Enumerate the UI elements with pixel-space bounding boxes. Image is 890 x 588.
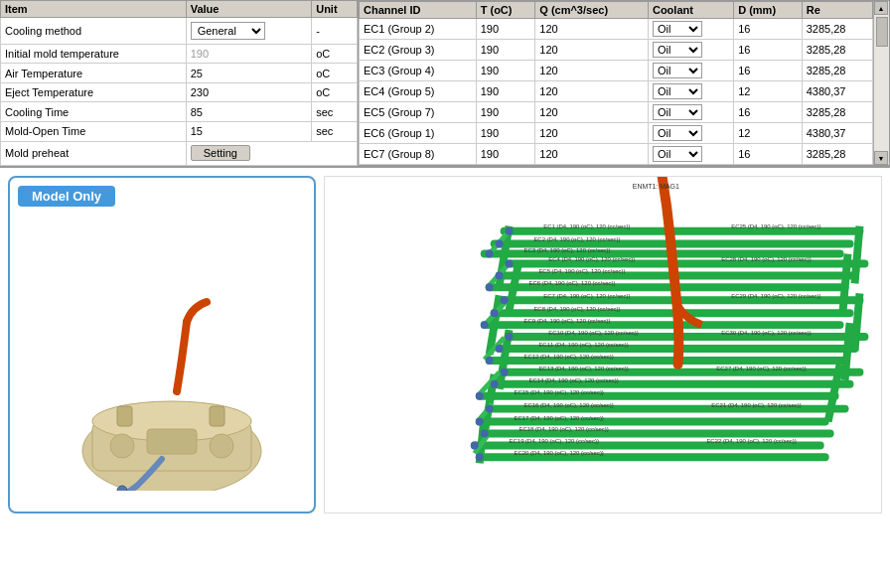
channel-col-2: Q (cm^3/sec)	[535, 2, 649, 19]
svg-point-60	[501, 368, 509, 376]
scroll-down-btn[interactable]: ▼	[874, 151, 888, 165]
scroll-track	[874, 15, 889, 151]
svg-rect-6	[117, 406, 132, 426]
svg-text:EC27 (D4, 190 (oC), 120 (cc/se: EC27 (D4, 190 (oC), 120 (cc/sec))	[716, 366, 806, 371]
params-item-6: Mold preheat	[1, 141, 187, 165]
svg-point-51	[506, 260, 514, 268]
channel-coolant-6[interactable]: OilWater	[648, 144, 733, 165]
channel-cell-4-d-re-1: 3285,28	[802, 102, 872, 123]
channel-coolant-4[interactable]: OilWater	[648, 102, 733, 123]
channel-cell-2-2: 120	[535, 61, 649, 81]
channel-cell-3-0: EC4 (Group 5)	[360, 81, 477, 102]
svg-text:EC4 (D4, 190 (oC), 120 (cc/sec: EC4 (D4, 190 (oC), 120 (cc/sec))	[548, 256, 635, 262]
mold-preheat-setting-btn[interactable]: Setting	[191, 145, 250, 161]
params-value-0[interactable]: GeneralAdvanced	[186, 18, 312, 45]
params-table: Item Value Unit Cooling methodGeneralAdv…	[0, 0, 358, 166]
channel-row-6: EC7 (Group 8)190120OilWater163285,28	[360, 144, 873, 165]
svg-text:EC17 (D4, 190 (oC), 120 (cc/se: EC17 (D4, 190 (oC), 120 (cc/sec))	[515, 415, 604, 421]
svg-point-63	[486, 405, 494, 413]
channel-coolant-3[interactable]: OilWater	[648, 81, 733, 102]
svg-text:EC10 (D4, 190 (oC), 120 (cc/se: EC10 (D4, 190 (oC), 120 (cc/sec))	[548, 330, 638, 336]
params-item-5: Mold-Open Time	[1, 122, 187, 142]
channel-3d-panel: EC1 (D4, 190 (oC), 120 (cc/sec)) EC2 (D4…	[324, 176, 882, 514]
channel-coolant-5[interactable]: OilWater	[648, 123, 733, 144]
channel-cell-4-2: 120	[535, 102, 649, 123]
channel-cell-0-d-re-0: 16	[734, 19, 803, 40]
svg-text:EC14 (D4, 190 (oC), 120 (cc/se: EC14 (D4, 190 (oC), 120 (cc/sec))	[528, 377, 618, 383]
channels-scrollbar[interactable]: ▲ ▼	[873, 1, 889, 165]
channel-cell-3-2: 120	[535, 81, 649, 102]
coolant-select-3[interactable]: OilWater	[653, 83, 702, 99]
channel-cell-4-1: 190	[476, 102, 535, 123]
channel-cell-2-1: 190	[476, 61, 535, 81]
channel-cell-0-0: EC1 (Group 2)	[360, 19, 477, 40]
svg-line-36	[855, 226, 860, 284]
svg-text:ENMT1: MAG1: ENMT1: MAG1	[633, 183, 679, 190]
coolant-select-5[interactable]: OilWater	[653, 125, 702, 141]
top-section: Item Value Unit Cooling methodGeneralAdv…	[0, 0, 890, 167]
svg-point-55	[491, 309, 499, 317]
bottom-section: Model Only	[0, 167, 890, 588]
channel-coolant-2[interactable]: OilWater	[648, 61, 733, 81]
channel-cell-0-2: 120	[535, 19, 649, 40]
cooling-method-select[interactable]: GeneralAdvanced	[191, 22, 265, 40]
params-item-3: Eject Temperature	[1, 82, 187, 102]
coolant-select-6[interactable]: OilWater	[653, 146, 702, 162]
channel-row-5: EC6 (Group 1)190120OilWater124380,37	[360, 123, 873, 144]
params-row-3: Eject Temperature230oC	[1, 82, 358, 102]
params-col-item: Item	[1, 1, 187, 18]
svg-text:EC20 (D4, 190 (oC), 120 (cc/se: EC20 (D4, 190 (oC), 120 (cc/sec))	[515, 450, 604, 456]
channel-col-3: Coolant	[648, 2, 733, 19]
scroll-thumb[interactable]	[876, 17, 888, 47]
svg-text:EC18 (D4, 190 (oC), 120 (cc/se: EC18 (D4, 190 (oC), 120 (cc/sec))	[519, 426, 609, 432]
channel-cell-1-d-re-0: 16	[734, 40, 803, 61]
svg-point-62	[476, 392, 484, 400]
channel-cell-5-d-re-0: 12	[734, 123, 803, 144]
params-item-0: Cooling method	[1, 18, 187, 45]
svg-point-3	[110, 434, 134, 458]
channel-cell-6-d-re-0: 16	[734, 144, 803, 165]
params-row-4: Cooling Time85sec	[1, 102, 358, 122]
channel-cell-6-1: 190	[476, 144, 535, 165]
svg-line-39	[845, 323, 850, 380]
channel-col-0: Channel ID	[360, 2, 477, 19]
svg-text:EC28 (D4, 190 (oC), 120 (cc/se: EC28 (D4, 190 (oC), 120 (cc/sec))	[721, 256, 811, 262]
main-container: Item Value Unit Cooling methodGeneralAdv…	[0, 0, 890, 588]
channels-table-container: Channel IDT (oC)Q (cm^3/sec)CoolantD (mm…	[358, 0, 890, 166]
channel-cell-0-1: 190	[476, 19, 535, 40]
channel-row-3: EC4 (Group 5)190120OilWater124380,37	[360, 81, 873, 102]
coolant-select-0[interactable]: OilWater	[653, 21, 702, 37]
channel-cell-4-0: EC5 (Group 7)	[360, 102, 477, 123]
svg-text:EC13 (D4, 190 (oC), 120 (cc/se: EC13 (D4, 190 (oC), 120 (cc/sec))	[538, 366, 628, 371]
params-unit-1: oC	[312, 44, 358, 64]
channel-cell-5-0: EC6 (Group 1)	[360, 123, 477, 144]
svg-point-66	[471, 441, 479, 449]
params-item-2: Air Temperature	[1, 64, 187, 83]
params-unit-5: sec	[312, 122, 358, 142]
coolant-select-2[interactable]: OilWater	[653, 63, 702, 78]
params-value-1: 190	[186, 44, 312, 64]
svg-text:EC22 (D4, 190 (oC), 120 (cc/se: EC22 (D4, 190 (oC), 120 (cc/sec))	[706, 438, 796, 444]
channel-cell-3-d-re-1: 4380,37	[802, 81, 872, 102]
channel-coolant-0[interactable]: OilWater	[648, 19, 733, 40]
svg-text:EC3 (D4, 190 (oC), 120 (cc/sec: EC3 (D4, 190 (oC), 120 (cc/sec))	[523, 247, 610, 253]
svg-text:EC2 (D4, 190 (oC), 120 (cc/sec: EC2 (D4, 190 (oC), 120 (cc/sec))	[533, 236, 620, 242]
coolant-select-4[interactable]: OilWater	[653, 104, 702, 120]
params-unit-2: oC	[312, 64, 358, 83]
svg-text:EC16 (D4, 190 (oC), 120 (cc/se: EC16 (D4, 190 (oC), 120 (cc/sec))	[523, 402, 613, 408]
channel-col-5: Re	[802, 2, 872, 19]
coolant-select-1[interactable]: OilWater	[653, 42, 702, 58]
model-canvas	[10, 211, 314, 512]
channel-col-4: D (mm)	[734, 2, 803, 19]
channel-cell-2-d-re-1: 3285,28	[802, 61, 872, 81]
svg-text:EC21 (D4, 190 (oC), 120 (cc/se: EC21 (D4, 190 (oC), 120 (cc/sec))	[711, 402, 801, 408]
channel-cell-5-2: 120	[535, 123, 649, 144]
channel-cell-4-d-re-0: 16	[734, 102, 803, 123]
scroll-up-btn[interactable]: ▲	[874, 1, 888, 15]
svg-rect-5	[147, 429, 197, 454]
svg-text:EC25 (D4, 190 (oC), 120 (cc/se: EC25 (D4, 190 (oC), 120 (cc/sec))	[731, 223, 820, 229]
channel-coolant-1[interactable]: OilWater	[648, 40, 733, 61]
svg-text:EC15 (D4, 190 (oC), 120 (cc/se: EC15 (D4, 190 (oC), 120 (cc/sec))	[515, 389, 604, 395]
svg-text:EC9 (D4, 190 (oC), 120 (cc/sec: EC9 (D4, 190 (oC), 120 (cc/sec))	[523, 318, 610, 324]
svg-text:EC1 (D4, 190 (oC), 120 (cc/sec: EC1 (D4, 190 (oC), 120 (cc/sec))	[543, 223, 630, 229]
